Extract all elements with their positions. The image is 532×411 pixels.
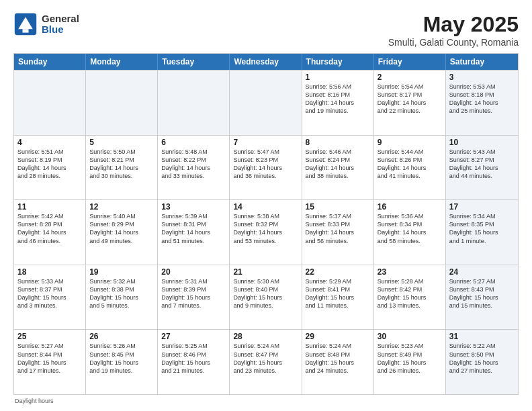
day-of-week-friday: Friday (374, 54, 446, 70)
day-number: 12 (89, 202, 154, 212)
cal-cell-8: 8Sunrise: 5:46 AM Sunset: 8:24 PM Daylig… (302, 136, 374, 200)
calendar: SundayMondayTuesdayWednesdayThursdayFrid… (13, 53, 519, 395)
cell-info: Sunrise: 5:25 AM Sunset: 8:46 PM Dayligh… (161, 342, 226, 375)
logo: General Blue (13, 12, 79, 36)
cal-cell-empty-0-2 (158, 71, 230, 135)
day-number: 14 (233, 202, 298, 212)
page: General Blue May 2025 Smulti, Galati Cou… (0, 0, 532, 411)
day-number: 19 (89, 267, 154, 277)
cal-cell-empty-0-3 (230, 71, 302, 135)
cal-cell-3: 3Sunrise: 5:53 AM Sunset: 8:18 PM Daylig… (446, 71, 518, 135)
cal-cell-7: 7Sunrise: 5:47 AM Sunset: 8:23 PM Daylig… (230, 136, 302, 200)
day-number: 20 (161, 267, 226, 277)
day-number: 3 (449, 73, 515, 82)
cell-info: Sunrise: 5:28 AM Sunset: 8:42 PM Dayligh… (378, 277, 442, 310)
cell-info: Sunrise: 5:48 AM Sunset: 8:22 PM Dayligh… (161, 148, 226, 181)
cell-info: Sunrise: 5:51 AM Sunset: 8:19 PM Dayligh… (17, 148, 82, 181)
cal-cell-27: 27Sunrise: 5:25 AM Sunset: 8:46 PM Dayli… (158, 330, 230, 394)
day-number: 17 (449, 202, 515, 212)
day-number: 5 (89, 138, 154, 147)
day-number: 29 (306, 332, 370, 341)
cal-row-3: 11Sunrise: 5:42 AM Sunset: 8:28 PM Dayli… (14, 199, 518, 265)
logo-blue: Blue (42, 24, 79, 36)
logo-text: General Blue (42, 13, 79, 36)
cell-info: Sunrise: 5:30 AM Sunset: 8:40 PM Dayligh… (233, 277, 298, 310)
title-block: May 2025 Smulti, Galati County, Romania (388, 12, 519, 48)
cal-cell-25: 25Sunrise: 5:27 AM Sunset: 8:44 PM Dayli… (14, 330, 86, 394)
cal-row-5: 25Sunrise: 5:27 AM Sunset: 8:44 PM Dayli… (14, 329, 518, 394)
calendar-header: SundayMondayTuesdayWednesdayThursdayFrid… (14, 54, 518, 70)
cell-info: Sunrise: 5:50 AM Sunset: 8:21 PM Dayligh… (89, 148, 154, 181)
logo-general: General (42, 13, 79, 25)
cal-cell-31: 31Sunrise: 5:22 AM Sunset: 8:50 PM Dayli… (446, 330, 518, 394)
day-number: 9 (378, 138, 442, 147)
cal-cell-28: 28Sunrise: 5:24 AM Sunset: 8:47 PM Dayli… (230, 330, 302, 394)
cal-cell-5: 5Sunrise: 5:50 AM Sunset: 8:21 PM Daylig… (86, 136, 158, 200)
cal-cell-17: 17Sunrise: 5:34 AM Sunset: 8:35 PM Dayli… (446, 200, 518, 265)
calendar-body: 1Sunrise: 5:56 AM Sunset: 8:16 PM Daylig… (14, 70, 518, 394)
cal-cell-15: 15Sunrise: 5:37 AM Sunset: 8:33 PM Dayli… (302, 200, 374, 265)
cell-info: Sunrise: 5:40 AM Sunset: 8:29 PM Dayligh… (89, 212, 154, 245)
cell-info: Sunrise: 5:33 AM Sunset: 8:37 PM Dayligh… (17, 277, 82, 310)
cell-info: Sunrise: 5:27 AM Sunset: 8:44 PM Dayligh… (17, 342, 82, 375)
day-of-week-thursday: Thursday (302, 54, 374, 70)
cal-cell-2: 2Sunrise: 5:54 AM Sunset: 8:17 PM Daylig… (374, 71, 446, 135)
cal-cell-23: 23Sunrise: 5:28 AM Sunset: 8:42 PM Dayli… (374, 265, 446, 330)
cell-info: Sunrise: 5:46 AM Sunset: 8:24 PM Dayligh… (306, 148, 370, 181)
cal-cell-18: 18Sunrise: 5:33 AM Sunset: 8:37 PM Dayli… (14, 265, 86, 330)
cell-info: Sunrise: 5:47 AM Sunset: 8:23 PM Dayligh… (233, 148, 298, 181)
day-number: 23 (378, 267, 442, 277)
cal-cell-4: 4Sunrise: 5:51 AM Sunset: 8:19 PM Daylig… (14, 136, 86, 200)
day-number: 4 (17, 138, 82, 147)
day-number: 22 (306, 267, 370, 277)
day-number: 26 (89, 332, 154, 341)
day-number: 27 (161, 332, 226, 341)
day-number: 8 (306, 138, 370, 147)
day-number: 1 (306, 73, 370, 82)
day-number: 10 (449, 138, 515, 147)
cal-cell-26: 26Sunrise: 5:26 AM Sunset: 8:45 PM Dayli… (86, 330, 158, 394)
day-number: 21 (233, 267, 298, 277)
day-number: 18 (17, 267, 82, 277)
cal-cell-24: 24Sunrise: 5:27 AM Sunset: 8:43 PM Dayli… (446, 265, 518, 330)
cal-cell-22: 22Sunrise: 5:29 AM Sunset: 8:41 PM Dayli… (302, 265, 374, 330)
svg-rect-2 (23, 29, 29, 32)
cal-cell-6: 6Sunrise: 5:48 AM Sunset: 8:22 PM Daylig… (158, 136, 230, 200)
day-number: 30 (378, 332, 442, 341)
cal-cell-13: 13Sunrise: 5:39 AM Sunset: 8:31 PM Dayli… (158, 200, 230, 265)
day-of-week-saturday: Saturday (446, 54, 518, 70)
day-number: 2 (378, 73, 442, 82)
cal-cell-30: 30Sunrise: 5:23 AM Sunset: 8:49 PM Dayli… (374, 330, 446, 394)
header: General Blue May 2025 Smulti, Galati Cou… (13, 12, 519, 48)
day-number: 16 (378, 202, 442, 212)
day-of-week-sunday: Sunday (14, 54, 86, 70)
cal-row-2: 4Sunrise: 5:51 AM Sunset: 8:19 PM Daylig… (14, 135, 518, 200)
cell-info: Sunrise: 5:24 AM Sunset: 8:47 PM Dayligh… (233, 342, 298, 375)
cal-row-4: 18Sunrise: 5:33 AM Sunset: 8:37 PM Dayli… (14, 265, 518, 330)
day-of-week-wednesday: Wednesday (230, 54, 302, 70)
cal-cell-10: 10Sunrise: 5:43 AM Sunset: 8:27 PM Dayli… (446, 136, 518, 200)
cell-info: Sunrise: 5:42 AM Sunset: 8:28 PM Dayligh… (17, 212, 82, 245)
day-number: 13 (161, 202, 226, 212)
day-number: 25 (17, 332, 82, 341)
cal-cell-20: 20Sunrise: 5:31 AM Sunset: 8:39 PM Dayli… (158, 265, 230, 330)
logo-icon (13, 12, 38, 36)
day-number: 15 (306, 202, 370, 212)
cell-info: Sunrise: 5:26 AM Sunset: 8:45 PM Dayligh… (89, 342, 154, 375)
cal-cell-19: 19Sunrise: 5:32 AM Sunset: 8:38 PM Dayli… (86, 265, 158, 330)
cell-info: Sunrise: 5:22 AM Sunset: 8:50 PM Dayligh… (449, 342, 515, 375)
cell-info: Sunrise: 5:36 AM Sunset: 8:34 PM Dayligh… (378, 212, 442, 245)
cal-cell-empty-0-0 (14, 71, 86, 135)
cal-cell-21: 21Sunrise: 5:30 AM Sunset: 8:40 PM Dayli… (230, 265, 302, 330)
cell-info: Sunrise: 5:34 AM Sunset: 8:35 PM Dayligh… (449, 212, 515, 245)
cal-cell-11: 11Sunrise: 5:42 AM Sunset: 8:28 PM Dayli… (14, 200, 86, 265)
cell-info: Sunrise: 5:37 AM Sunset: 8:33 PM Dayligh… (306, 212, 370, 245)
cal-cell-1: 1Sunrise: 5:56 AM Sunset: 8:16 PM Daylig… (302, 71, 374, 135)
footer-note: Daylight hours (13, 398, 519, 404)
cell-info: Sunrise: 5:38 AM Sunset: 8:32 PM Dayligh… (233, 212, 298, 245)
day-number: 28 (233, 332, 298, 341)
cal-cell-9: 9Sunrise: 5:44 AM Sunset: 8:26 PM Daylig… (374, 136, 446, 200)
cal-cell-empty-0-1 (86, 71, 158, 135)
day-number: 11 (17, 202, 82, 212)
cell-info: Sunrise: 5:54 AM Sunset: 8:17 PM Dayligh… (378, 83, 442, 116)
